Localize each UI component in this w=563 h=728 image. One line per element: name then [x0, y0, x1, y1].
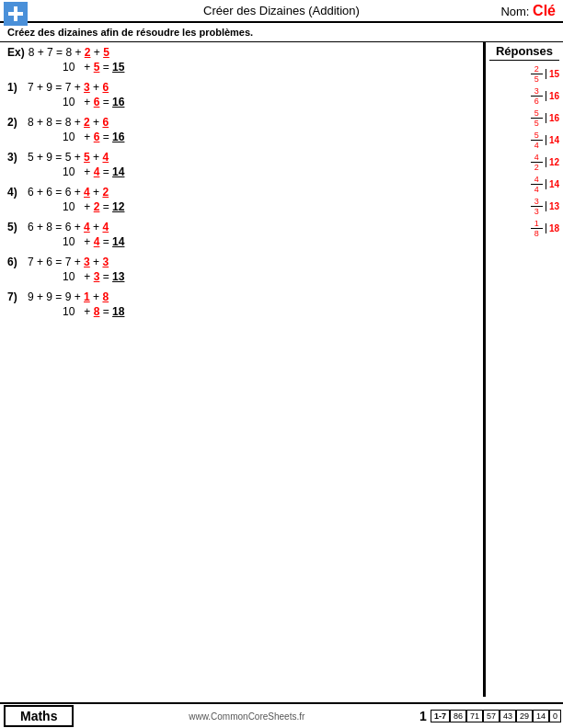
problem-5-row1-text: 6 + 8 = 6 + 4 + 4	[28, 221, 109, 233]
resp-top-3: 5	[531, 131, 543, 141]
plus-icon	[6, 5, 25, 23]
problem-2-row1-text: 8 + 8 = 8 + 2 + 6	[28, 116, 109, 129]
problem-5-result: 14	[112, 235, 124, 248]
logo-icon	[4, 2, 28, 26]
problem-3-num: 3)	[7, 151, 24, 164]
response-item-2: 5 5 16	[489, 108, 559, 128]
problem-1-result: 16	[112, 96, 124, 108]
problem-7-row2-text: 10 + 8 = 18	[63, 305, 124, 318]
svg-rect-1	[8, 12, 23, 16]
problem-7-num: 7)	[7, 290, 24, 303]
ex-row1-text: 8 + 7 = 8 + 2 + 5	[29, 46, 109, 59]
header: Créer des Dizaines (Addition) Nom: Clé	[0, 0, 563, 23]
response-item-7: 1 8 18	[489, 219, 559, 238]
response-fractions-3: 5 4	[531, 131, 543, 150]
problem-1-r1red1: 3	[84, 81, 90, 94]
nom-label: Nom:	[500, 5, 529, 18]
problem-1-r2red: 6	[94, 96, 100, 108]
problem-5-r2red: 4	[94, 235, 100, 248]
score-cell-2: 57	[483, 710, 500, 722]
problem-4-r2red: 2	[94, 200, 100, 213]
footer-scores: 1-7 8671574329140	[431, 710, 561, 722]
problem-4-row2: 10 + 2 = 12	[63, 200, 476, 213]
resp-total-3: 14	[546, 135, 559, 145]
problem-3-r1red1: 5	[84, 151, 90, 164]
problem-1-row1-text: 7 + 9 = 7 + 3 + 6	[28, 81, 109, 94]
response-item-4: 4 2 12	[489, 153, 559, 172]
problem-4-row1: 4) 6 + 6 = 6 + 4 + 2	[7, 186, 476, 199]
problem-6-r1red2: 3	[102, 256, 109, 268]
instruction: Créez des dizaines afin de résoudre les …	[0, 23, 563, 42]
resp-top-7: 1	[531, 219, 543, 229]
score-cell-3: 43	[500, 710, 516, 722]
problem-1: 1) 7 + 9 = 7 + 3 + 6 10 + 6 = 16	[7, 81, 476, 108]
resp-total-1: 16	[546, 91, 559, 101]
problem-7-row1-text: 9 + 9 = 9 + 1 + 8	[28, 290, 109, 303]
footer-website: www.CommonCoreSheets.fr	[74, 711, 419, 722]
ex-r1-red2: 5	[103, 46, 109, 59]
ex-row2-text: 10 + 5 = 15	[63, 61, 124, 74]
problem-4-r1red2: 2	[102, 186, 109, 199]
resp-bot-5: 4	[534, 185, 539, 194]
resp-top-4: 4	[531, 153, 543, 163]
problem-7-row2: 10 + 8 = 18	[63, 305, 476, 318]
resp-bot-3: 4	[534, 141, 539, 150]
ex-label: Ex)	[7, 46, 25, 59]
problem-5-row2: 10 + 4 = 14	[63, 235, 476, 248]
score-cell-6: 0	[549, 710, 561, 722]
score-cell-5: 14	[533, 710, 549, 722]
main-container: Ex) 8 + 7 = 8 + 2 + 5 10 + 5 = 15 1) 7 +…	[0, 42, 563, 697]
problem-4-result: 12	[112, 200, 124, 213]
problem-7: 7) 9 + 9 = 9 + 1 + 8 10 + 8 = 18	[7, 290, 476, 318]
problem-2-row2-text: 10 + 6 = 16	[63, 131, 124, 143]
resp-bot-7: 8	[534, 229, 539, 238]
resp-bot-0: 5	[534, 74, 539, 84]
problem-2-r2red: 6	[94, 131, 100, 143]
problem-4-num: 4)	[7, 186, 24, 199]
response-item-3: 5 4 14	[489, 131, 559, 150]
ex-r2-red: 5	[94, 61, 100, 74]
resp-bot-2: 5	[534, 119, 539, 128]
problem-5-row1: 5) 6 + 8 = 6 + 4 + 4	[7, 221, 476, 233]
resp-total-2: 16	[546, 113, 559, 123]
resp-total-7: 18	[546, 223, 559, 233]
problem-5-row2-text: 10 + 4 = 14	[63, 235, 124, 248]
resp-top-0: 2	[531, 64, 543, 74]
problem-4-r1red1: 4	[84, 186, 90, 199]
score-cell-4: 29	[516, 710, 533, 722]
problem-6-row1: 6) 7 + 6 = 7 + 3 + 3	[7, 256, 476, 268]
right-panel: Réponses 2 5 15 3 6 16 5 5 16 5 4 14 4 2…	[485, 42, 563, 697]
score-cell-0: 86	[450, 710, 466, 722]
resp-bot-1: 6	[534, 97, 539, 106]
problem-2-r1red1: 2	[84, 116, 90, 129]
resp-top-1: 3	[531, 86, 543, 97]
problem-7-row1: 7) 9 + 9 = 9 + 1 + 8	[7, 290, 476, 303]
response-item-5: 4 4 14	[489, 175, 559, 194]
problem-3-result: 14	[112, 165, 124, 178]
problem-6-r1red1: 3	[84, 256, 90, 268]
header-title: Créer des Dizaines (Addition)	[203, 4, 360, 17]
resp-bot-4: 2	[534, 163, 539, 172]
score-cell-1: 71	[466, 710, 483, 722]
problem-7-r1red2: 8	[102, 290, 109, 303]
problem-1-row2: 10 + 6 = 16	[63, 96, 476, 108]
problem-7-result: 18	[112, 305, 124, 318]
score-cells: 8671574329140	[450, 710, 561, 722]
problem-2-row2: 10 + 6 = 16	[63, 131, 476, 143]
response-item-0: 2 5 15	[489, 64, 559, 84]
problem-4-row1-text: 6 + 6 = 6 + 4 + 2	[28, 186, 109, 199]
problem-6-row2: 10 + 3 = 13	[63, 270, 476, 283]
problem-2-r1red2: 6	[102, 116, 109, 129]
problem-5-r1red2: 4	[102, 221, 109, 233]
problem-3-r2red: 4	[94, 165, 100, 178]
problem-4: 4) 6 + 6 = 6 + 4 + 2 10 + 2 = 12	[7, 186, 476, 213]
problem-6-result: 13	[112, 270, 124, 283]
header-nom: Nom: Clé	[500, 3, 556, 19]
ex-r1-red1: 2	[85, 46, 91, 59]
footer-maths: Maths	[4, 705, 74, 727]
problem-7-r2red: 8	[94, 305, 100, 318]
problem-1-row2-text: 10 + 6 = 16	[63, 96, 124, 108]
problem-2: 2) 8 + 8 = 8 + 2 + 6 10 + 6 = 16	[7, 116, 476, 143]
response-fractions-7: 1 8	[531, 219, 543, 238]
problem-3-row1-text: 5 + 9 = 5 + 5 + 4	[28, 151, 109, 164]
